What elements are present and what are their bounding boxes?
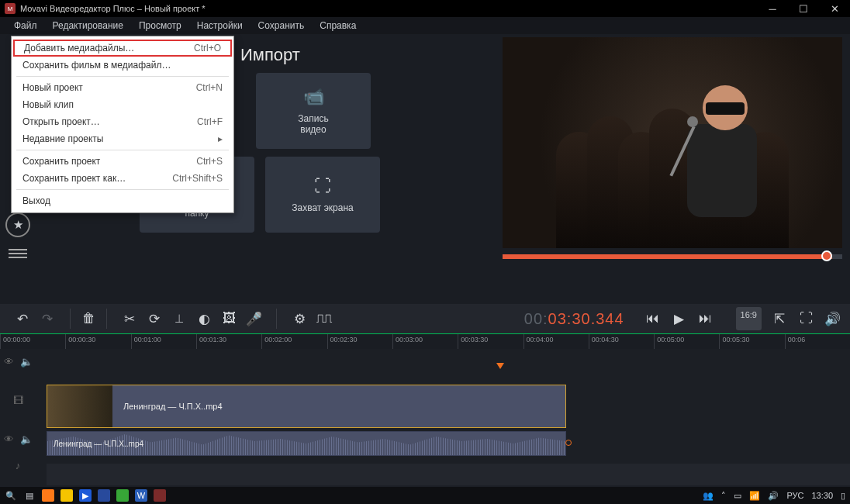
fullscreen-button[interactable]: ⛶ (794, 307, 817, 330)
ruler-tick: 00:06 (785, 334, 850, 349)
notifications-icon[interactable]: ▯ (841, 491, 845, 501)
app-icon[interactable] (60, 489, 73, 502)
minimize-button[interactable]: ─ (757, 0, 788, 17)
audio-clip[interactable]: Ленинград — Ч.П.Х..mp4 (47, 431, 566, 456)
ruler-tick: 00:05:00 (654, 334, 719, 349)
menu-item-exit[interactable]: Выход (12, 192, 233, 209)
menu-help[interactable]: Справка (312, 18, 364, 33)
ruler-tick: 00:05:30 (719, 334, 784, 349)
screen-capture-icon: ⛶ (314, 176, 331, 196)
language-indicator[interactable]: РУС (786, 491, 803, 500)
menu-separator (16, 76, 229, 77)
window-title: Movavi Видеоредактор Плюс – Новый проект… (20, 4, 206, 13)
preview-seekbar[interactable] (503, 254, 842, 259)
ruler-tick: 00:04:30 (589, 334, 654, 349)
next-frame-button[interactable]: ⏭ (694, 307, 717, 330)
play-button[interactable]: ▶ (668, 307, 691, 330)
tile-screen-capture[interactable]: ⛶ Захват экрана (265, 157, 380, 233)
app-icon[interactable] (98, 489, 110, 502)
video-clip[interactable]: Ленинград — Ч.П.Х..mp4 (47, 385, 566, 428)
menu-item-shortcut: Ctrl+F (197, 116, 223, 127)
preview-video[interactable] (503, 37, 842, 248)
speaker-icon[interactable]: 🔈 (20, 433, 33, 445)
title-bar: M Movavi Видеоредактор Плюс – Новый прое… (0, 0, 850, 17)
menu-item-save-movie[interactable]: Сохранить фильм в медиафайл… (12, 57, 233, 74)
music-track-lane[interactable] (47, 464, 850, 485)
menu-item-label: Сохранить проект как… (22, 173, 126, 184)
menu-view[interactable]: Просмотр (131, 18, 189, 33)
menu-edit[interactable]: Редактирование (45, 18, 131, 33)
menu-bar: Файл Редактирование Просмотр Настройки С… (0, 17, 850, 34)
seekbar-knob[interactable] (821, 250, 832, 261)
menu-item-add-media[interactable]: Добавить медиафайлы… Ctrl+O (13, 40, 232, 57)
ruler-tick: 00:02:30 (327, 334, 392, 349)
battery-icon[interactable]: ▭ (734, 491, 741, 501)
mic-button[interactable]: 🎤 (242, 307, 265, 330)
menu-item-save-project[interactable]: Сохранить проект Ctrl+S (12, 153, 233, 170)
menu-item-label: Новый проект (22, 82, 83, 93)
clip-end-handle[interactable] (565, 440, 572, 446)
tray-chevron-icon[interactable]: ˄ (721, 491, 726, 501)
menu-item-save-project-as[interactable]: Сохранить проект как… Ctrl+Shift+S (12, 170, 233, 187)
popout-button[interactable]: ⇱ (768, 307, 791, 330)
clip-thumbnail (47, 385, 112, 427)
menu-save[interactable]: Сохранить (251, 18, 313, 33)
image-button[interactable]: 🖼 (217, 307, 240, 330)
menu-item-new-project[interactable]: Новый проект Ctrl+N (12, 79, 233, 96)
color-adjust-button[interactable]: ◐ (192, 307, 216, 330)
menu-item-label: Добавить медиафайлы… (24, 43, 134, 54)
clock[interactable]: 13:30 (811, 491, 833, 500)
timecode-value: 03:30.344 (548, 310, 624, 327)
menu-separator (16, 150, 229, 150)
ruler-tick: 00:01:00 (131, 334, 196, 349)
delete-button[interactable]: 🗑 (77, 307, 100, 330)
import-heading: Импорт (240, 45, 300, 65)
aspect-label: 16:9 (741, 310, 757, 319)
maximize-button[interactable]: ☐ (788, 0, 819, 17)
file-menu-dropdown: Добавить медиафайлы… Ctrl+O Сохранить фи… (11, 36, 234, 213)
equalizer-button[interactable]: ⎍⎍ (313, 307, 336, 330)
start-search-icon[interactable]: 🔍 (5, 489, 17, 502)
track-toggle-row: 👁🔈 (4, 350, 33, 372)
menu-item-recent[interactable]: Недавние проекты ▸ (12, 130, 233, 147)
eye-icon[interactable]: 👁 (4, 356, 14, 368)
firefox-icon[interactable] (42, 489, 54, 502)
list-view-button[interactable] (5, 245, 30, 262)
menu-file[interactable]: Файл (6, 18, 45, 33)
volume-button[interactable]: 🔊 (821, 307, 844, 330)
stickers-button[interactable]: ★ (5, 212, 30, 237)
prev-frame-button[interactable]: ⏮ (641, 307, 665, 330)
menu-item-open-project[interactable]: Открыть проект… Ctrl+F (12, 113, 233, 130)
rotate-button[interactable]: ⟳ (143, 307, 166, 330)
word-icon[interactable]: W (135, 489, 147, 502)
menu-item-shortcut: Ctrl+O (194, 43, 221, 54)
menu-item-shortcut: Ctrl+N (196, 82, 223, 93)
timeline-ruler[interactable]: 00:00:00 00:00:30 00:01:00 00:01:30 00:0… (0, 333, 850, 349)
app-icon[interactable]: ▶ (79, 489, 92, 502)
wifi-icon[interactable]: 📶 (749, 491, 760, 501)
tile-record-video[interactable]: 📹 Запись видео (256, 73, 371, 149)
aspect-ratio-selector[interactable]: 16:9 (736, 307, 762, 330)
settings-button[interactable]: ⚙ (288, 307, 311, 330)
speaker-icon[interactable]: 🔈 (20, 356, 33, 368)
eye-icon[interactable]: 👁 (4, 433, 14, 445)
movavi-icon[interactable] (154, 489, 166, 502)
ruler-tick: 00:03:00 (392, 334, 458, 349)
music-track-header[interactable]: ♪ (16, 454, 21, 476)
utorrent-icon[interactable] (116, 489, 129, 502)
video-track-header[interactable]: 🎞 (13, 377, 23, 423)
menu-item-label: Открыть проект… (22, 116, 100, 127)
redo-button[interactable]: ↷ (36, 307, 59, 330)
undo-button[interactable]: ↶ (11, 307, 34, 330)
cut-button[interactable]: ✂ (118, 307, 141, 330)
close-button[interactable]: ✕ (819, 0, 850, 17)
menu-item-new-clip[interactable]: Новый клип (12, 96, 233, 113)
app-logo-icon: M (5, 3, 16, 14)
task-view-icon[interactable]: ▤ (23, 489, 36, 502)
people-icon[interactable]: 👥 (703, 491, 714, 501)
menu-settings[interactable]: Настройки (189, 18, 251, 33)
sound-tray-icon[interactable]: 🔊 (768, 491, 779, 501)
ruler-tick: 00:03:30 (458, 334, 523, 349)
crop-button[interactable]: ⟂ (168, 307, 191, 330)
preview-panel (503, 37, 842, 259)
